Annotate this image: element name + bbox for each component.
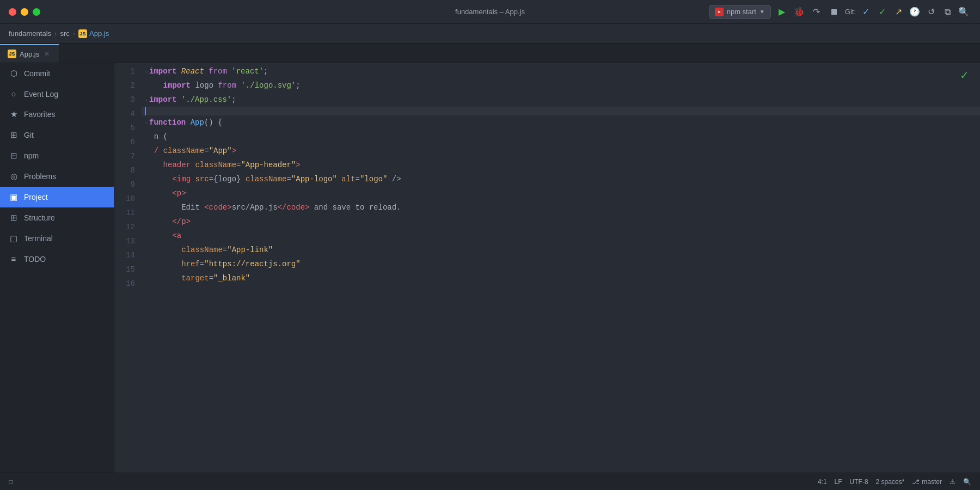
sidebar-label-terminal: Terminal — [24, 234, 53, 243]
sidebar-item-commit[interactable]: ⬡ Commit — [0, 63, 114, 84]
main-layout: ⬡ Commit ○ Event Log ★ Favorites ⊞ Git ⊟… — [0, 63, 980, 473]
code-line-13: <a — [142, 229, 980, 243]
code-line-4[interactable] — [142, 107, 980, 115]
minimize-button[interactable] — [21, 8, 28, 16]
code-line-15: href="https://reactjs.org" — [142, 257, 980, 271]
commit-icon: ⬡ — [9, 69, 19, 78]
favorites-icon: ★ — [9, 109, 19, 119]
breadcrumb: fundamentals › src › JS App.js — [0, 24, 980, 44]
tab-close-button[interactable]: ✕ — [42, 50, 51, 58]
sidebar: ⬡ Commit ○ Event Log ★ Favorites ⊞ Git ⊟… — [0, 63, 114, 473]
sidebar-label-event-log: Event Log — [24, 90, 58, 99]
sidebar-label-favorites: Favorites — [24, 110, 56, 119]
tab-bar: JS App.js ✕ — [0, 44, 980, 63]
sidebar-item-git[interactable]: ⊞ Git — [0, 125, 114, 145]
project-icon: ▣ — [9, 192, 19, 202]
code-line-2: import logo from './logo.svg'; — [142, 78, 980, 93]
sidebar-item-terminal[interactable]: ▢ Terminal — [0, 228, 114, 249]
js-badge: JS — [78, 29, 87, 38]
tab-appjs[interactable]: JS App.js ✕ — [0, 44, 59, 63]
statusbar: □ 4:1 LF UTF-8 2 spaces* ⎇ master ⚠ 🔍 — [0, 473, 980, 490]
git-checkmark-icon[interactable]: ✓ — [874, 4, 890, 20]
code-line-12: </p> — [142, 215, 980, 229]
breadcrumb-appjs[interactable]: JS App.js — [78, 29, 109, 38]
fold-arrow-5[interactable]: ⌄ — [145, 115, 148, 130]
npm-icon: n — [715, 8, 724, 16]
tab-js-badge: JS — [8, 50, 16, 58]
event-log-icon: ○ — [9, 89, 19, 99]
sidebar-item-favorites[interactable]: ★ Favorites — [0, 104, 114, 125]
npm-label: npm start — [727, 8, 756, 16]
git-section: Git: ✓ ✓ ↗ 🕐 ↺ ⧉ 🔍 — [845, 4, 971, 20]
run-button[interactable]: ▶ — [774, 4, 789, 20]
sidebar-label-problems: Problems — [24, 172, 56, 181]
chevron-down-icon: ▼ — [759, 9, 765, 15]
search-icon[interactable]: 🔍 — [956, 4, 971, 20]
problems-icon: ◎ — [9, 171, 19, 181]
structure-icon: ⊞ — [9, 213, 19, 223]
code-line-8: header className="App-header"> — [142, 158, 980, 172]
git-icon: ⊞ — [9, 130, 19, 140]
debug-button[interactable]: 🐞 — [792, 4, 807, 20]
git-push-icon[interactable]: ↗ — [891, 4, 906, 20]
npm-sidebar-icon: ⊟ — [9, 151, 19, 161]
sidebar-label-structure: Structure — [24, 213, 55, 222]
git-check-icon[interactable]: ✓ — [858, 4, 873, 20]
statusbar-left: □ — [9, 478, 13, 486]
titlebar: fundamentals – App.js n npm start ▼ ▶ 🐞 … — [0, 0, 980, 24]
text-cursor — [145, 107, 146, 115]
code-line-1: ⌄import React from 'react'; — [142, 64, 980, 78]
code-line-5: ⌄function App() { — [142, 115, 980, 130]
git-revert-icon[interactable]: ↺ — [923, 4, 939, 20]
git-label: Git: — [845, 8, 856, 16]
sidebar-item-structure[interactable]: ⊞ Structure — [0, 207, 114, 228]
terminal-icon: ▢ — [9, 234, 19, 243]
step-over-button[interactable]: ↷ — [809, 4, 824, 20]
sidebar-item-event-log[interactable]: ○ Event Log — [0, 84, 114, 104]
close-button[interactable] — [9, 8, 16, 16]
breadcrumb-fundamentals[interactable]: fundamentals — [9, 29, 51, 38]
statusbar-position[interactable]: 4:1 — [818, 478, 827, 486]
stop-button[interactable]: ⏹ — [826, 4, 842, 20]
tab-label: App.js — [20, 50, 39, 58]
statusbar-panel-icon[interactable]: □ — [9, 478, 13, 486]
todo-icon: ≡ — [9, 254, 19, 264]
code-editor[interactable]: ⌄import React from 'react'; import logo … — [142, 63, 980, 473]
sidebar-item-problems[interactable]: ◎ Problems — [0, 166, 114, 187]
git-branch-icon: ⎇ — [912, 478, 920, 486]
statusbar-line-ending[interactable]: LF — [835, 478, 842, 486]
branch-name: master — [922, 478, 942, 486]
code-line-6: n ( — [142, 130, 980, 144]
sidebar-item-project[interactable]: ▣ Project — [0, 187, 114, 207]
sidebar-item-npm[interactable]: ⊟ npm — [0, 145, 114, 166]
sidebar-label-project: Project — [24, 193, 48, 201]
window-title: fundamentals – App.js — [455, 8, 525, 16]
code-line-3: ⌄import './App.css'; — [142, 93, 980, 107]
code-line-7: / className="App"> — [142, 144, 980, 158]
sidebar-item-todo[interactable]: ≡ TODO — [0, 249, 114, 269]
maximize-button[interactable] — [33, 8, 40, 16]
sidebar-label-todo: TODO — [24, 255, 46, 264]
sidebar-label-git: Git — [24, 131, 34, 139]
sidebar-label-commit: Commit — [24, 69, 50, 78]
statusbar-encoding[interactable]: UTF-8 — [850, 478, 868, 486]
statusbar-right: 4:1 LF UTF-8 2 spaces* ⎇ master ⚠ 🔍 — [818, 478, 971, 486]
code-line-14: className="App-link" — [142, 243, 980, 257]
run-actions: ▶ 🐞 ↷ ⏹ — [774, 4, 842, 20]
git-clean-icon: ✓ — [960, 69, 969, 82]
titlebar-right: n npm start ▼ ▶ 🐞 ↷ ⏹ Git: ✓ ✓ ↗ 🕐 ↺ ⧉ 🔍 — [709, 4, 971, 20]
statusbar-indent[interactable]: 2 spaces* — [876, 478, 905, 486]
statusbar-search-icon[interactable]: 🔍 — [963, 478, 971, 486]
statusbar-branch[interactable]: ⎇ master — [912, 478, 942, 486]
fold-arrow-3[interactable]: ⌄ — [145, 93, 148, 107]
statusbar-warning-icon[interactable]: ⚠ — [950, 478, 955, 486]
git-diff-icon[interactable]: ⧉ — [940, 4, 955, 20]
git-history-icon[interactable]: 🕐 — [907, 4, 922, 20]
breadcrumb-src[interactable]: src — [60, 29, 69, 38]
fold-arrow-1[interactable]: ⌄ — [145, 64, 148, 78]
editor-area[interactable]: 1 2 3 4 5 6 7 8 9 10 11 12 13 14 15 16 ⌄… — [114, 63, 980, 473]
line-numbers: 1 2 3 4 5 6 7 8 9 10 11 12 13 14 15 16 — [114, 63, 142, 473]
code-line-16: target="_blank" — [142, 271, 980, 285]
code-line-10: <p> — [142, 186, 980, 200]
npm-start-button[interactable]: n npm start ▼ — [709, 5, 771, 19]
